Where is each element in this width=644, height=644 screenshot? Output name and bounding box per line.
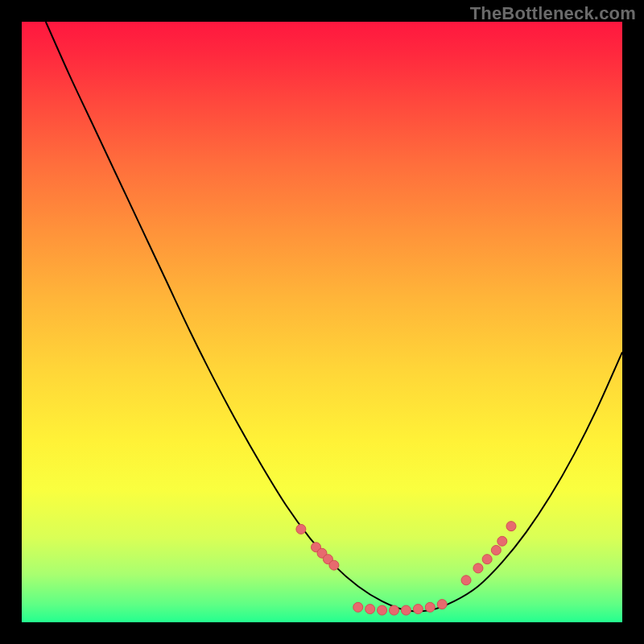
- data-marker: [461, 576, 471, 585]
- data-marker: [491, 545, 501, 555]
- data-marker: [473, 564, 483, 573]
- data-marker: [390, 605, 399, 615]
- data-marker: [497, 536, 507, 546]
- data-markers-group: [296, 522, 516, 615]
- data-marker: [413, 605, 423, 614]
- data-marker: [329, 560, 339, 570]
- data-marker: [401, 605, 411, 615]
- bottleneck-curve-line: [46, 22, 622, 611]
- data-marker: [296, 524, 306, 534]
- outer-frame: TheBottleneck.com: [0, 0, 644, 644]
- watermark-text: TheBottleneck.com: [470, 3, 636, 24]
- chart-svg: [22, 22, 622, 622]
- data-marker: [506, 522, 516, 531]
- data-marker: [353, 602, 363, 612]
- data-marker: [365, 605, 375, 614]
- data-marker: [425, 602, 435, 612]
- data-marker: [378, 605, 387, 615]
- data-marker: [437, 600, 447, 609]
- data-marker: [482, 555, 492, 564]
